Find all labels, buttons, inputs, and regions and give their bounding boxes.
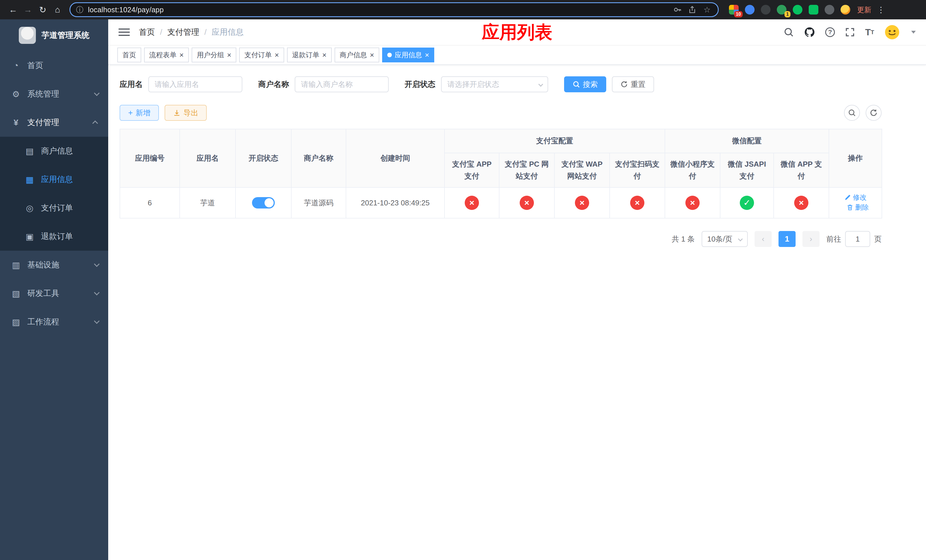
password-key-icon[interactable]: [672, 5, 682, 15]
extension-devtools-icon[interactable]: [809, 5, 819, 15]
sidebar-item-merchant-info[interactable]: ▤ 商户信息: [0, 137, 108, 165]
fullscreen-icon[interactable]: [845, 27, 855, 37]
extension-dark-icon[interactable]: [761, 5, 770, 15]
sidebar-item-app-info[interactable]: ▦ 应用信息: [0, 165, 108, 194]
app-name-input[interactable]: [148, 76, 242, 92]
dashboard-icon: ◔: [10, 61, 22, 70]
sidebar-item-infrastructure[interactable]: ▥ 基础设施: [0, 251, 108, 279]
extension-badge: 10: [734, 11, 743, 17]
sidebar-item-label: 基础设施: [27, 259, 59, 270]
tab-merchant-info[interactable]: 商户信息 ×: [334, 48, 379, 62]
extension-tabs-icon[interactable]: 10: [729, 5, 738, 15]
avatar-caret-icon[interactable]: [911, 31, 916, 33]
bookmark-star-icon[interactable]: ☆: [702, 5, 712, 15]
merchant-name-input[interactable]: [295, 76, 389, 92]
sidebar-item-refund-orders[interactable]: ▣ 退款订单: [0, 222, 108, 251]
page-number-button[interactable]: 1: [779, 231, 796, 247]
tab-refund-orders[interactable]: 退款订单 ×: [287, 48, 332, 62]
col-status: 开启状态: [236, 129, 291, 188]
hide-search-icon-button[interactable]: [844, 105, 860, 121]
goto-page-input[interactable]: [845, 231, 870, 247]
browser-menu-icon[interactable]: ⋮: [877, 5, 885, 15]
tab-label: 退款订单: [292, 50, 319, 59]
sidebar-item-workflow[interactable]: ▨ 工作流程: [0, 308, 108, 336]
tab-user-group[interactable]: 用户分组 ×: [192, 48, 236, 62]
chevron-down-icon: [738, 237, 743, 242]
breadcrumb-home[interactable]: 首页: [139, 27, 155, 38]
tab-close-icon[interactable]: ×: [370, 51, 374, 59]
cell-created: 2021-10-23 08:49:25: [346, 188, 445, 218]
col-app-name: 应用名: [180, 129, 236, 188]
share-icon[interactable]: [687, 5, 698, 15]
refresh-icon-button[interactable]: [865, 105, 882, 121]
status-select[interactable]: 请选择开启状态: [441, 76, 548, 92]
extension-wechat-icon[interactable]: [793, 5, 802, 15]
url-text[interactable]: localhost:1024/pay/app: [88, 6, 668, 14]
search-button[interactable]: 搜索: [564, 76, 606, 92]
forward-icon[interactable]: →: [21, 2, 35, 17]
tab-close-icon[interactable]: ×: [227, 51, 231, 59]
alipay-pc-status-icon: ×: [520, 196, 534, 210]
export-button[interactable]: 导出: [165, 105, 207, 121]
reload-icon[interactable]: ↻: [35, 2, 50, 17]
tab-process-form[interactable]: 流程表单 ×: [144, 48, 189, 62]
browser-update-button[interactable]: 更新: [857, 5, 872, 15]
sidebar-item-payment-orders[interactable]: ◎ 支付订单: [0, 194, 108, 222]
help-icon[interactable]: ?: [825, 27, 835, 37]
sidebar-collapse-icon[interactable]: [118, 29, 130, 36]
search-form: 应用名 商户名称 开启状态 请选择开启状态: [120, 76, 882, 92]
next-page-button[interactable]: ›: [802, 231, 820, 247]
github-icon[interactable]: [804, 27, 815, 38]
font-size-icon[interactable]: TT: [865, 28, 874, 37]
app-grid-icon: ▦: [24, 175, 35, 185]
plus-icon: +: [128, 108, 133, 117]
tab-label: 用户分组: [197, 50, 224, 59]
col-created: 创建时间: [346, 129, 445, 188]
edit-link[interactable]: 修改: [844, 193, 867, 202]
tab-home[interactable]: 首页: [117, 48, 141, 62]
col-alipay-app: 支付宝 APP 支付: [445, 153, 499, 188]
col-merchant: 商户名称: [291, 129, 346, 188]
yen-icon: ¥: [10, 118, 22, 127]
sidebar-item-label: 退款订单: [41, 231, 73, 242]
site-info-icon[interactable]: ⓘ: [76, 5, 83, 15]
status-toggle[interactable]: [252, 197, 275, 209]
sidebar-item-system[interactable]: ⚙ 系统管理: [0, 80, 108, 108]
wechat-jsapi-status-icon: ✓: [740, 196, 754, 210]
back-icon[interactable]: ←: [6, 2, 21, 17]
prev-page-button[interactable]: ‹: [755, 231, 772, 247]
address-bar[interactable]: ⓘ localhost:1024/pay/app ☆: [70, 2, 719, 17]
sidebar-item-devtools[interactable]: ▧ 研发工具: [0, 279, 108, 308]
tab-label: 流程表单: [149, 50, 177, 59]
sidebar-item-label: 商户信息: [41, 145, 73, 156]
tab-payment-orders[interactable]: 支付订单 ×: [239, 48, 284, 62]
cell-merchant: 芋道源码: [291, 188, 346, 218]
sidebar-item-payment[interactable]: ¥ 支付管理: [0, 108, 108, 137]
add-button[interactable]: + 新增: [120, 105, 159, 121]
delete-link[interactable]: 删除: [847, 203, 869, 212]
tab-close-icon[interactable]: ×: [179, 51, 184, 59]
tab-close-icon[interactable]: ×: [274, 51, 279, 59]
tab-close-icon[interactable]: ×: [425, 51, 429, 59]
tags-view-bar: 首页 流程表单 × 用户分组 × 支付订单 × 退款订单 × 商户信息 ×: [108, 45, 926, 65]
user-avatar[interactable]: [884, 24, 900, 40]
app-logo-row[interactable]: 芋道管理系统: [0, 20, 108, 51]
extension-profile-icon[interactable]: 1: [777, 5, 787, 15]
wechat-mini-status-icon: ×: [685, 196, 700, 210]
tab-close-icon[interactable]: ×: [322, 51, 327, 59]
extension-face-icon[interactable]: [841, 5, 850, 15]
table-toolbar: + 新增 导出: [120, 105, 882, 121]
extension-drop-icon[interactable]: [745, 5, 755, 15]
search-icon[interactable]: [784, 27, 794, 37]
infrastructure-icon: ▥: [10, 260, 22, 270]
payment-order-icon: ◎: [24, 203, 35, 213]
workflow-icon: ▨: [10, 317, 22, 327]
home-icon[interactable]: ⌂: [50, 2, 65, 17]
reset-button[interactable]: 重置: [612, 76, 654, 92]
tab-app-info[interactable]: 应用信息 ×: [382, 48, 434, 62]
refund-order-icon: ▣: [24, 232, 35, 242]
extension-puzzle-icon[interactable]: [825, 5, 834, 15]
sidebar-item-home[interactable]: ◔ 首页: [0, 51, 108, 80]
page-size-select[interactable]: 10条/页: [702, 231, 748, 247]
breadcrumb-parent[interactable]: 支付管理: [168, 27, 199, 38]
